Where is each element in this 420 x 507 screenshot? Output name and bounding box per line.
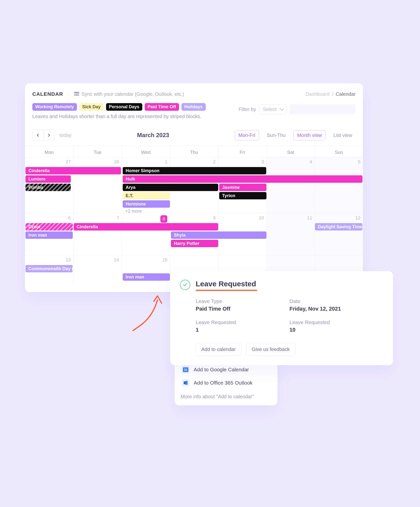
event-harry[interactable]: Harry Potter <box>171 240 218 247</box>
dow-sat: Sat <box>266 146 315 157</box>
legend-holidays[interactable]: Holidays <box>181 103 206 111</box>
event-cinderella2[interactable]: Cinderella <box>74 223 218 230</box>
view-sun-thu[interactable]: Sun-Thu <box>263 131 289 140</box>
filter-area: Filter by Select <box>239 104 356 114</box>
legend-paid-time-off[interactable]: Paid Time Off <box>145 103 179 111</box>
day-number: 10 <box>259 215 264 221</box>
day-number: 1 <box>165 159 168 165</box>
dow-fri: Fri <box>218 146 266 157</box>
dow-wed: Wed <box>121 146 170 157</box>
event-dst[interactable]: Daylight Saving Time e <box>315 223 362 230</box>
dow-thu: Thu <box>170 146 218 157</box>
day-number: 11 <box>307 215 312 221</box>
leave-type-label: Leave Type <box>196 298 289 304</box>
events-layer: Groot Iron man Cinderella Shyla Harry Po… <box>25 223 363 255</box>
dow-tue: Tue <box>73 146 121 157</box>
day-number: 12 <box>355 215 360 221</box>
event-tyrion[interactable]: Tyrion <box>219 192 266 199</box>
calendar-icon <box>74 92 79 96</box>
day-number: 15 <box>162 257 167 263</box>
event-arya[interactable]: Arya <box>123 184 218 191</box>
day-number: 27 <box>66 159 71 165</box>
day-number: 8 <box>160 215 168 223</box>
breadcrumb-root[interactable]: Dashboard <box>305 91 329 97</box>
calendar-toolbar: today March 2023 Mon-Fri Sun-Thu Month v… <box>25 125 363 146</box>
leave-requested-popover: Leave Requested Leave Type Paid Time Off… <box>170 271 393 365</box>
arrow-annotation-icon <box>129 291 166 334</box>
dow-mon: Mon <box>25 146 73 157</box>
day-number: 6 <box>68 215 71 221</box>
breadcrumb-sep: / <box>332 91 333 97</box>
leave-requested-value-2: 10 <box>289 327 383 333</box>
filter-input[interactable] <box>289 104 356 114</box>
events-layer: Cinderella Lumiere Pumba Homer Simpson H… <box>25 167 363 213</box>
event-cinderella[interactable]: Cinderella <box>25 167 121 174</box>
calendar-card: CALENDAR Sync with your calendar (Google… <box>25 83 363 292</box>
calendar-grid: Mon Tue Wed Thu Fri Sat Sun 27 28 1 2 3 … <box>25 146 363 285</box>
event-hermione[interactable]: Hermione <box>123 200 170 208</box>
leave-type-value: Paid Time Off <box>196 306 289 312</box>
month-nav <box>32 130 55 141</box>
calendar-title: CALENDAR <box>32 91 63 97</box>
day-number: 5 <box>358 159 360 165</box>
view-month[interactable]: Month view <box>293 130 325 140</box>
filter-label: Filter by <box>239 107 256 112</box>
view-mon-fri[interactable]: Mon-Fri <box>235 130 259 140</box>
breadcrumb: Dashboard / Calendar <box>305 91 356 97</box>
chevron-right-icon <box>47 133 51 137</box>
day-number: 2 <box>213 159 216 165</box>
chevron-left-icon <box>36 133 40 137</box>
more-events-link[interactable]: +2 more <box>125 209 142 214</box>
event-shyla[interactable]: Shyla <box>171 231 266 239</box>
calendar-header: CALENDAR Sync with your calendar (Google… <box>25 91 363 97</box>
week-row-2: 6 7 8 9 10 11 12 Groot Iron man Cinderel… <box>25 213 363 255</box>
view-switch: Mon-Fri Sun-Thu Month view List view <box>235 130 356 140</box>
event-groot[interactable]: Groot <box>25 223 73 230</box>
event-pumba[interactable]: Pumba <box>25 184 71 191</box>
event-jasmine[interactable]: Jasmine <box>219 184 266 191</box>
next-month-button[interactable] <box>43 130 55 141</box>
leave-date-value: Friday, Nov 12, 2021 <box>289 306 383 312</box>
view-list[interactable]: List view <box>330 131 356 140</box>
more-info-link[interactable]: More info about "Add to calendar" <box>181 394 271 399</box>
filter-select[interactable]: Select <box>259 105 287 114</box>
breadcrumb-current: Calendar <box>336 91 356 97</box>
event-homer[interactable]: Homer Simpson <box>123 167 266 174</box>
event-et[interactable]: E.T. <box>123 192 170 199</box>
day-number: 28 <box>114 159 119 165</box>
day-number: 13 <box>66 257 71 263</box>
sync-label: Sync with your calendar (Google, Outlook… <box>82 91 184 97</box>
add-outlook-option[interactable]: Add to Office 365 Outlook <box>181 376 271 389</box>
month-label: March 2023 <box>76 132 230 139</box>
day-number: 14 <box>114 257 119 263</box>
legend-sick-day[interactable]: Sick Day <box>79 103 104 111</box>
leave-title: Leave Requested <box>196 280 256 288</box>
dow-sun: Sun <box>315 146 363 157</box>
week-row-1: 27 28 1 2 3 4 5 Cinderella Lumiere Pumba… <box>25 157 363 213</box>
leave-requested-value-1: 1 <box>196 327 289 333</box>
sync-link[interactable]: Sync with your calendar (Google, Outlook… <box>69 91 184 97</box>
add-google-label: Add to Google Calendar <box>194 367 249 373</box>
event-hulk[interactable]: Hulk <box>123 175 362 183</box>
prev-month-button[interactable] <box>32 130 44 141</box>
event-lumiere[interactable]: Lumiere <box>25 175 71 183</box>
day-number: 9 <box>213 215 216 221</box>
leave-requested-label-1: Leave Requested <box>196 319 289 325</box>
check-circle-icon <box>180 280 190 290</box>
day-number: 3 <box>261 159 264 165</box>
day-number: 7 <box>117 215 119 221</box>
add-outlook-label: Add to Office 365 Outlook <box>194 380 252 386</box>
event-ironman[interactable]: Iron man <box>25 231 73 239</box>
add-to-calendar-button[interactable]: Add to calendar <box>196 343 241 356</box>
legend-working-remotely[interactable]: Working Remotely <box>32 103 77 111</box>
feedback-button[interactable]: Give us feedback <box>246 343 295 356</box>
google-calendar-icon: 31 <box>182 366 189 373</box>
svg-rect-1 <box>186 381 188 385</box>
outlook-icon <box>182 379 189 386</box>
today-button[interactable]: today <box>60 133 72 138</box>
legend-note: Leaves and Holidays shorter than a full … <box>25 114 363 125</box>
event-ironman2[interactable]: Iron man <box>123 273 170 281</box>
day-number: 4 <box>310 159 312 165</box>
legend-personal-days[interactable]: Personal Days <box>106 103 142 111</box>
event-commonwealth[interactable]: Commonwealth Day (C <box>25 265 73 272</box>
